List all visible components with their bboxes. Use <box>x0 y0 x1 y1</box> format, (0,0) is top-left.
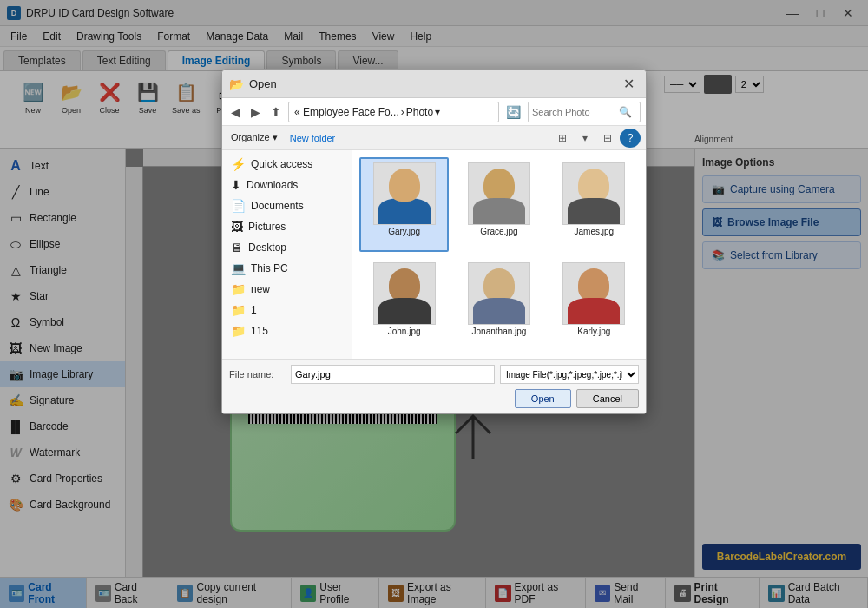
nav-quick-access[interactable]: ⚡ Quick access <box>222 154 352 175</box>
nav-pictures-label: Pictures <box>248 221 286 233</box>
file-name-karly: Karly.jpg <box>577 327 610 336</box>
file-thumb-grace <box>468 162 530 225</box>
view-btn-1[interactable]: ⊞ <box>552 129 573 148</box>
face-body-gary <box>378 198 431 224</box>
dialog-close-button[interactable]: ✕ <box>618 76 639 93</box>
folder-1-icon: 📁 <box>231 303 246 317</box>
view-buttons: ⊞ ▾ ⊟ ? <box>552 129 641 148</box>
file-thumb-karly <box>562 262 625 325</box>
face-karly <box>563 263 624 324</box>
folder-new-icon: 📁 <box>231 282 246 296</box>
addr-forward-button[interactable]: ▶ <box>247 103 264 121</box>
file-name-jonanthan: Jonanthan.jpg <box>472 327 527 336</box>
open-dialog: 📂 Open ✕ ◀ ▶ ⬆ « Employee Face Fo... › P… <box>221 69 647 414</box>
nav-downloads-label: Downloads <box>247 179 298 191</box>
nav-this-pc-label: This PC <box>251 262 288 274</box>
face-head-john <box>389 268 420 301</box>
dialog-file-grid: Gary.jpg Grace.jpg <box>352 150 646 359</box>
face-body-grace <box>473 198 525 224</box>
dialog-title-bar: 📂 Open ✕ <box>222 70 646 98</box>
file-karly[interactable]: Karly.jpg <box>549 257 639 352</box>
face-head-jonanthan <box>483 268 515 301</box>
filetype-select[interactable]: Image File(*.jpg;*.jpeg;*.jpe;*.jfi <box>500 365 639 384</box>
file-thumb-james <box>562 162 625 225</box>
file-jonanthan[interactable]: Jonanthan.jpg <box>454 257 543 352</box>
face-head-james <box>578 169 609 202</box>
addr-refresh-button[interactable]: 🔄 <box>503 103 524 121</box>
nav-downloads[interactable]: ⬇ Downloads <box>222 175 352 195</box>
file-name-gary: Gary.jpg <box>388 227 420 236</box>
addr-breadcrumb[interactable]: « Employee Face Fo... › Photo ▾ <box>288 102 499 122</box>
filename-input[interactable] <box>291 365 495 384</box>
addr-dropdown-icon: ▾ <box>435 106 440 118</box>
folder-115-icon: 📁 <box>231 324 246 338</box>
open-button-dialog[interactable]: Open <box>515 389 571 408</box>
nav-pictures[interactable]: 🖼 Pictures <box>222 216 352 237</box>
nav-desktop[interactable]: 🖥 Desktop <box>222 237 352 258</box>
nav-1[interactable]: 📁 1 <box>222 300 352 321</box>
new-folder-button[interactable]: New folder <box>286 131 339 145</box>
face-head-grace <box>483 169 515 202</box>
cancel-button-dialog[interactable]: Cancel <box>576 389 639 408</box>
addr-back-button[interactable]: ◀ <box>227 103 244 121</box>
nav-desktop-label: Desktop <box>248 241 286 254</box>
dialog-addr-bar: ◀ ▶ ⬆ « Employee Face Fo... › Photo ▾ 🔄 … <box>222 98 646 126</box>
dialog-footer: File name: Image File(*.jpg;*.jpeg;*.jpe… <box>222 359 646 413</box>
face-grace <box>469 163 529 224</box>
dialog-title-text: Open <box>249 77 277 90</box>
nav-1-label: 1 <box>251 304 257 316</box>
dialog-title-icon: 📂 <box>229 77 244 91</box>
file-thumb-gary <box>373 162 436 225</box>
face-james <box>563 163 624 224</box>
quick-access-icon: ⚡ <box>231 157 246 171</box>
view-btn-2[interactable]: ▾ <box>575 129 595 148</box>
addr-separator: › <box>401 106 404 118</box>
nav-new[interactable]: 📁 new <box>222 279 352 300</box>
dialog-toolbar: Organize ▾ New folder ⊞ ▾ ⊟ ? <box>222 126 646 150</box>
file-thumb-john <box>373 262 436 325</box>
search-input[interactable] <box>532 107 619 117</box>
nav-this-pc[interactable]: 💻 This PC <box>222 258 352 279</box>
face-head-gary <box>389 169 420 202</box>
desktop-icon: 🖥 <box>231 241 243 254</box>
nav-documents[interactable]: 📄 Documents <box>222 195 352 216</box>
file-james[interactable]: James.jpg <box>549 157 639 252</box>
addr-part1: « Employee Face Fo... <box>294 106 399 118</box>
face-body-karly <box>568 298 620 324</box>
nav-quick-access-label: Quick access <box>251 158 312 170</box>
nav-new-label: new <box>251 283 270 295</box>
search-icon: 🔍 <box>619 106 632 118</box>
dialog-nav-panel: ⚡ Quick access ⬇ Downloads 📄 Documents 🖼… <box>222 150 352 359</box>
help-button[interactable]: ? <box>620 129 641 148</box>
dialog-body: ⚡ Quick access ⬇ Downloads 📄 Documents 🖼… <box>222 150 646 359</box>
nav-115[interactable]: 📁 115 <box>222 321 352 341</box>
file-john[interactable]: John.jpg <box>359 257 449 352</box>
dialog-overlay: 📂 Open ✕ ◀ ▶ ⬆ « Employee Face Fo... › P… <box>0 0 868 608</box>
nav-documents-label: Documents <box>251 200 304 212</box>
pictures-icon: 🖼 <box>231 220 243 234</box>
file-name-grace: Grace.jpg <box>480 227 517 236</box>
file-name-james: James.jpg <box>575 227 615 236</box>
face-body-jonanthan <box>473 298 525 324</box>
addr-up-button[interactable]: ⬆ <box>267 103 285 121</box>
dialog-title-left: 📂 Open <box>229 77 277 91</box>
view-btn-3[interactable]: ⊟ <box>597 129 618 148</box>
face-head-karly <box>578 268 609 301</box>
face-body-john <box>378 298 431 324</box>
organize-button[interactable]: Organize ▾ <box>227 130 281 145</box>
documents-icon: 📄 <box>231 199 246 213</box>
downloads-icon: ⬇ <box>231 178 241 192</box>
nav-115-label: 115 <box>251 325 268 337</box>
face-jonanthan <box>469 263 529 324</box>
face-body-james <box>568 198 620 224</box>
dialog-action-row: Open Cancel <box>229 389 639 408</box>
file-gary[interactable]: Gary.jpg <box>359 157 449 252</box>
dialog-filename-row: File name: Image File(*.jpg;*.jpeg;*.jpe… <box>229 365 639 384</box>
file-name-john: John.jpg <box>388 327 421 336</box>
addr-search[interactable]: 🔍 <box>528 102 641 122</box>
file-thumb-jonanthan <box>468 262 530 325</box>
face-gary <box>374 163 435 224</box>
this-pc-icon: 💻 <box>231 261 246 275</box>
file-grace[interactable]: Grace.jpg <box>454 157 543 252</box>
addr-part2: Photo <box>406 106 433 118</box>
